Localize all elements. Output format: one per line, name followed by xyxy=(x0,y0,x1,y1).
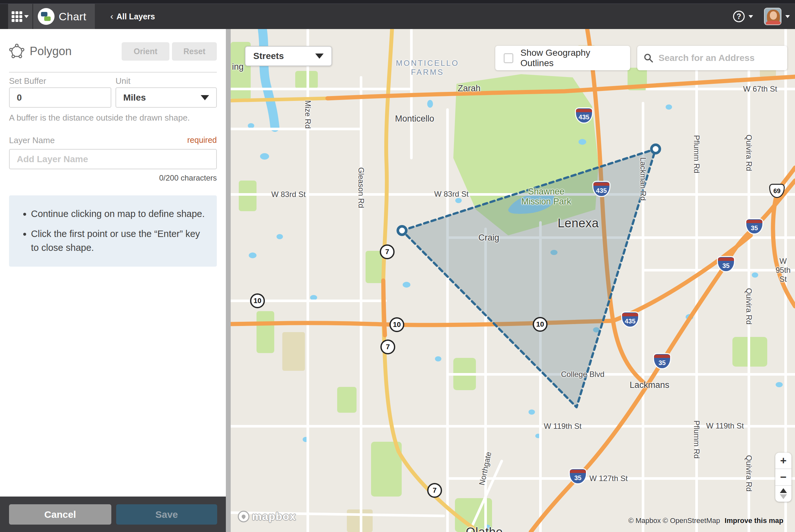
chevron-down-icon xyxy=(315,54,323,59)
map-attribution[interactable]: © Mapbox © OpenStreetMap Improve this ma… xyxy=(628,516,783,525)
drawn-polygon[interactable] xyxy=(402,149,655,407)
map-zoom-control: + − xyxy=(775,453,792,502)
orient-button[interactable]: Orient xyxy=(122,42,169,61)
breadcrumb-label: All Layers xyxy=(116,12,155,21)
triangle-up-icon xyxy=(780,488,787,493)
address-search-input[interactable] xyxy=(659,53,781,63)
window-chrome-strip xyxy=(0,0,795,4)
reset-button[interactable]: Reset xyxy=(172,42,217,61)
chart-logo-icon xyxy=(38,8,55,25)
app-name: Chart xyxy=(59,10,87,23)
chevron-down-icon xyxy=(201,95,209,100)
drawn-polygon-overlay xyxy=(231,29,795,532)
instruction-item: Click the first point or use the “Enter”… xyxy=(31,227,207,255)
divider xyxy=(9,72,217,73)
improve-map-link[interactable]: Improve this map xyxy=(725,516,783,525)
basemap-style-select[interactable]: Streets xyxy=(245,46,332,66)
chart-app-logo[interactable]: Chart xyxy=(33,4,95,29)
app-window: Chart ‹ All Layers ? xyxy=(0,0,795,532)
basemap-style-value: Streets xyxy=(253,51,315,61)
avatar xyxy=(764,8,781,25)
layer-name-label: Layer Name xyxy=(9,135,55,146)
set-buffer-label: Set Buffer xyxy=(9,76,46,86)
attribution-copyright: © Mapbox © OpenStreetMap xyxy=(628,516,720,525)
zoom-in-button[interactable]: + xyxy=(775,453,792,469)
unit-select[interactable]: Miles xyxy=(115,88,217,108)
triangle-down-icon xyxy=(780,494,787,499)
buffer-input[interactable] xyxy=(9,88,111,108)
chevron-down-icon xyxy=(785,15,790,18)
polygon-icon xyxy=(9,43,24,59)
help-menu-button[interactable]: ? xyxy=(733,11,753,22)
address-search-box[interactable] xyxy=(637,46,787,70)
breadcrumb-all-layers[interactable]: ‹ All Layers xyxy=(110,11,155,22)
geography-outlines-label: Show Geography Outlines xyxy=(520,48,622,68)
mapbox-pin-icon xyxy=(238,511,249,522)
save-button[interactable]: Save xyxy=(116,504,217,525)
top-navigation-bar: Chart ‹ All Layers ? xyxy=(0,4,795,29)
unit-value: Miles xyxy=(123,93,201,103)
buffer-help-text: A buffer is the distance outside the dra… xyxy=(9,113,190,123)
app-grid-icon xyxy=(12,11,22,22)
app-grid-button[interactable] xyxy=(8,4,33,29)
sidebar-map-divider xyxy=(226,29,231,532)
zoom-out-button[interactable]: − xyxy=(775,469,792,486)
instructions-box: Continue clicking on map to define shape… xyxy=(9,195,217,267)
topbar-left-edge xyxy=(0,4,8,29)
geography-outlines-toggle[interactable]: Show Geography Outlines xyxy=(495,46,630,70)
cancel-button[interactable]: Cancel xyxy=(9,504,111,525)
polygon-vertex-handle[interactable] xyxy=(651,145,660,153)
map-canvas[interactable]: 4354354353535353569777101010 MONTICELLO … xyxy=(231,29,795,532)
search-icon xyxy=(644,53,653,63)
required-badge: required xyxy=(187,135,217,145)
layer-name-input[interactable] xyxy=(9,149,217,169)
chevron-left-icon: ‹ xyxy=(110,11,113,22)
panel-title: Polygon xyxy=(30,44,122,58)
polygon-vertex-handle[interactable] xyxy=(398,226,406,235)
character-counter: 0/200 characters xyxy=(159,173,217,183)
polygon-tool-sidebar: Polygon Orient Reset Set Buffer Unit Mil… xyxy=(0,29,226,532)
mapbox-wordmark: mapbox xyxy=(252,510,296,522)
mapbox-logo[interactable]: mapbox xyxy=(238,510,296,522)
sidebar-footer: Cancel Save xyxy=(0,496,231,532)
help-icon: ? xyxy=(733,11,745,22)
unit-label: Unit xyxy=(115,76,130,86)
pitch-toggle-button[interactable] xyxy=(775,486,792,502)
checkbox-unchecked[interactable] xyxy=(504,53,513,63)
instruction-item: Continue clicking on map to define shape… xyxy=(31,207,207,221)
chevron-down-icon xyxy=(24,15,29,18)
chevron-down-icon xyxy=(748,15,753,18)
user-menu-button[interactable] xyxy=(764,8,790,25)
